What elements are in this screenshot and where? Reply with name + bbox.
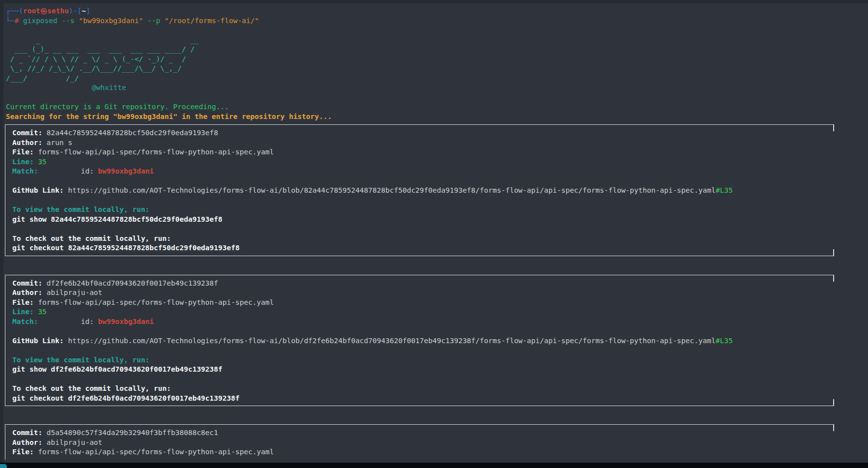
author-name: arun s bbox=[47, 139, 72, 146]
commit-hash: d5a54890c57f34da29b32940f3bffb38088c8ec1 bbox=[47, 429, 218, 437]
author-label: Author: bbox=[12, 439, 42, 446]
github-line-anchor[interactable]: #L35 bbox=[716, 337, 733, 345]
file-path: forms-flow-api/api-spec/forms-flow-pytho… bbox=[38, 448, 274, 456]
prompt-frame-close: ] bbox=[86, 7, 90, 15]
blank-line bbox=[12, 346, 834, 355]
file-path: forms-flow-api/api-spec/forms-flow-pytho… bbox=[38, 298, 274, 306]
author-row: Author: arun s bbox=[12, 138, 834, 148]
commit-hash: 82a44c7859524487828bcf50dc29f0eda9193ef8 bbox=[47, 129, 218, 137]
author-row: Author: abilpraju-aot bbox=[12, 438, 834, 448]
file-label: File: bbox=[12, 448, 34, 456]
file-row: File: forms-flow-api/api-spec/forms-flow… bbox=[12, 447, 834, 457]
match-text: bw99oxbg3dani bbox=[98, 318, 154, 325]
kali-user-icon: ㉿ bbox=[40, 7, 48, 15]
author-name: abilpraju-aot bbox=[47, 439, 103, 446]
author-label: Author: bbox=[12, 289, 42, 296]
match-row: Match: id: bw99oxbg3dani bbox=[12, 317, 834, 327]
prompt-frame-open: ┌──( bbox=[6, 7, 23, 15]
github-link-row: GitHub Link: https://github.com/AOT-Tech… bbox=[12, 336, 834, 346]
github-link-label: GitHub Link: bbox=[12, 337, 64, 345]
line-number: 35 bbox=[38, 308, 46, 316]
git-show-command: git show df2fe6b24bf0acd70943620f0017eb4… bbox=[12, 365, 834, 375]
prompt-host: sethu bbox=[47, 7, 69, 15]
line-row: Line: 35 bbox=[12, 307, 834, 317]
commit-label: Commit: bbox=[12, 279, 42, 287]
banner-credit: @whxitte bbox=[6, 83, 868, 93]
repo-path-arg: "/root/forms-flow-ai/" bbox=[165, 17, 259, 25]
line-label: Line: bbox=[12, 158, 34, 166]
prompt-user: root bbox=[23, 7, 40, 15]
status-search-message: Searching for the string "bw99oxbg3dani"… bbox=[6, 112, 868, 122]
blank-line bbox=[12, 196, 834, 205]
commit-label: Commit: bbox=[12, 129, 42, 137]
match-context: id: bbox=[38, 167, 98, 175]
blank-line bbox=[12, 375, 834, 384]
blank-line bbox=[12, 224, 834, 234]
checkout-hint: To check out the commit locally, run: bbox=[12, 384, 834, 394]
github-url[interactable]: https://github.com/AOT-Technologies/form… bbox=[68, 186, 716, 194]
match-label: Match: bbox=[12, 167, 38, 175]
commit-hash: df2fe6b24bf0acd70943620f0017eb49c139238f bbox=[47, 279, 218, 287]
github-link-row: GitHub Link: https://github.com/AOT-Tech… bbox=[12, 186, 834, 196]
match-context: id: bbox=[38, 318, 98, 325]
blank-line bbox=[6, 26, 868, 35]
terminal-window[interactable]: ┌──(root㉿sethu)-[~] └─# gixposed --s "bw… bbox=[0, 0, 868, 468]
blank-line bbox=[12, 326, 834, 336]
match-label: Match: bbox=[12, 318, 38, 325]
prompt-line-1: ┌──(root㉿sethu)-[~] bbox=[6, 6, 868, 16]
file-row: File: forms-flow-api/api-spec/forms-flow… bbox=[12, 298, 834, 308]
commit-row: Commit: df2fe6b24bf0acd70943620f0017eb49… bbox=[12, 279, 834, 289]
match-text: bw99oxbg3dani bbox=[98, 167, 154, 175]
window-frame-bottom bbox=[0, 463, 868, 468]
git-checkout-command: git checkout df2fe6b24bf0acd70943620f001… bbox=[12, 394, 834, 404]
line-number: 35 bbox=[38, 158, 46, 166]
status-repo-check: Current directory is a Git repository. P… bbox=[6, 102, 868, 112]
prompt-line-2: └─# gixposed --s "bw99oxbg3dani" --p "/r… bbox=[6, 16, 868, 26]
author-row: Author: abilpraju-aot bbox=[12, 288, 834, 298]
prompt-cwd: ~ bbox=[82, 7, 86, 15]
github-url[interactable]: https://github.com/AOT-Technologies/form… bbox=[68, 337, 716, 345]
file-path: forms-flow-api/api-spec/forms-flow-pytho… bbox=[38, 148, 274, 156]
search-string-arg: "bw99oxbg3dani" bbox=[79, 17, 143, 25]
terminal-screen: { "terminal": { "prompt": { "frame_open"… bbox=[0, 0, 868, 468]
gixposed-ascii-banner: _ __ ___ (_)_ __ ___ ___ ___ ___ ___ ___… bbox=[6, 35, 868, 84]
line-row: Line: 35 bbox=[12, 157, 834, 167]
view-hint: To view the commit locally, run: bbox=[12, 205, 834, 215]
git-show-command: git show 82a44c7859524487828bcf50dc29f0e… bbox=[12, 215, 834, 225]
checkout-hint: To check out the commit locally, run: bbox=[12, 234, 834, 244]
flag-s: --s bbox=[62, 17, 75, 25]
prompt-frame-line2: └─ bbox=[6, 17, 14, 25]
taskbar-corner-accent bbox=[0, 464, 7, 468]
match-row: Match: id: bw99oxbg3dani bbox=[12, 167, 834, 176]
flag-p: --p bbox=[147, 17, 160, 25]
prompt-frame-mid: )-[ bbox=[69, 7, 82, 15]
author-label: Author: bbox=[12, 139, 42, 146]
git-checkout-command: git checkout 82a44c7859524487828bcf50dc2… bbox=[12, 243, 834, 253]
commit-label: Commit: bbox=[12, 429, 42, 437]
file-label: File: bbox=[12, 298, 34, 306]
blank-line bbox=[12, 176, 834, 186]
prompt-hash: # bbox=[14, 17, 19, 25]
github-link-label: GitHub Link: bbox=[12, 186, 64, 194]
github-line-anchor[interactable]: #L35 bbox=[716, 186, 733, 194]
commit-result-box: Commit: d5a54890c57f34da29b32940f3bffb38… bbox=[5, 424, 834, 460]
blank-line bbox=[6, 93, 868, 103]
command-name: gixposed bbox=[23, 17, 57, 25]
view-hint: To view the commit locally, run: bbox=[12, 355, 834, 365]
file-label: File: bbox=[12, 148, 34, 156]
author-name: abilpraju-aot bbox=[47, 289, 103, 296]
commit-row: Commit: d5a54890c57f34da29b32940f3bffb38… bbox=[12, 428, 834, 438]
line-label: Line: bbox=[12, 308, 34, 316]
commit-row: Commit: 82a44c7859524487828bcf50dc29f0ed… bbox=[12, 128, 834, 138]
commit-result-box: Commit: df2fe6b24bf0acd70943620f0017eb49… bbox=[5, 275, 834, 407]
file-row: File: forms-flow-api/api-spec/forms-flow… bbox=[12, 147, 834, 157]
commit-result-box: Commit: 82a44c7859524487828bcf50dc29f0ed… bbox=[5, 124, 834, 256]
